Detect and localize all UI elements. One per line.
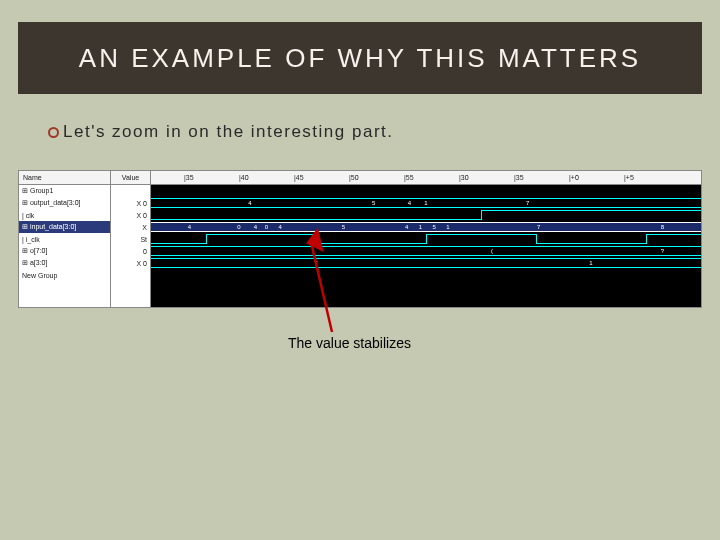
bullet-icon bbox=[48, 127, 59, 138]
bus-segment: 4 bbox=[250, 222, 261, 232]
signal-name[interactable]: | i_clk bbox=[19, 233, 110, 245]
ruler-tick: |40 bbox=[239, 171, 249, 184]
waveform-area: 45417404045415178(?71 bbox=[151, 185, 701, 307]
signal-value bbox=[111, 185, 150, 197]
signal-name[interactable]: ⊞ o[7:0] bbox=[19, 245, 110, 257]
bus-segment: 1 bbox=[443, 222, 454, 232]
signal-name[interactable]: ⊞ Group1 bbox=[19, 185, 110, 197]
wire-segment bbox=[481, 210, 701, 211]
ruler-tick: |+0 bbox=[569, 171, 579, 184]
waveform-lane bbox=[151, 209, 701, 221]
signal-value: X 0 bbox=[111, 197, 150, 209]
header-name-col: Name bbox=[19, 171, 111, 184]
signal-name[interactable]: New Group bbox=[19, 269, 110, 281]
signal-name[interactable]: | clk bbox=[19, 209, 110, 221]
bus-segment: 1 bbox=[415, 222, 426, 232]
signal-value-column: X 0X 0XSt0X 0 bbox=[111, 185, 151, 307]
ruler-tick: |55 bbox=[404, 171, 414, 184]
wire-segment bbox=[481, 210, 482, 220]
waveform-body: ⊞ Group1 ⊞ output_data[3:0] | clk ⊞ inpu… bbox=[19, 185, 701, 307]
time-ruler: |35|40|45|50|55|30|35|+0|+5 bbox=[151, 171, 701, 184]
wire-segment bbox=[646, 234, 701, 235]
signal-value: X 0 bbox=[111, 209, 150, 221]
bus-segment: ( bbox=[360, 246, 624, 256]
bus-segment: 7 bbox=[454, 222, 625, 232]
wire-segment bbox=[206, 234, 207, 244]
waveform-lane bbox=[151, 233, 701, 245]
wire-segment bbox=[646, 234, 647, 244]
ruler-tick: |35 bbox=[184, 171, 194, 184]
bus-segment: 4 bbox=[399, 198, 421, 208]
waveform-header: Name Value |35|40|45|50|55|30|35|+0|+5 bbox=[19, 171, 701, 185]
bullet-line: Let's zoom in on the interesting part. bbox=[48, 122, 394, 142]
ruler-tick: |45 bbox=[294, 171, 304, 184]
bus-segment: 5 bbox=[289, 222, 399, 232]
ruler-tick: |+5 bbox=[624, 171, 634, 184]
bus-segment: 7 bbox=[432, 198, 625, 208]
ruler-tick: |35 bbox=[514, 171, 524, 184]
signal-name[interactable]: ⊞ input_data[3:0] bbox=[19, 221, 110, 233]
signal-name[interactable]: ⊞ a[3:0] bbox=[19, 257, 110, 269]
wire-segment bbox=[206, 234, 316, 235]
signal-value bbox=[111, 269, 150, 281]
wire-segment bbox=[426, 234, 536, 235]
waveform-lane: 45417 bbox=[151, 197, 701, 209]
bus-segment: 4 bbox=[151, 222, 228, 232]
bus-segment: 0 bbox=[261, 222, 272, 232]
bus-segment: 5 bbox=[349, 198, 399, 208]
bus-segment: 7 bbox=[151, 258, 481, 268]
bus-segment bbox=[624, 198, 701, 208]
wire-segment bbox=[151, 243, 206, 244]
waveform-lane: 71 bbox=[151, 257, 701, 269]
bus-segment: 1 bbox=[421, 198, 432, 208]
signal-name-column: ⊞ Group1 ⊞ output_data[3:0] | clk ⊞ inpu… bbox=[19, 185, 111, 307]
wire-segment bbox=[151, 219, 481, 220]
slide-title: AN EXAMPLE OF WHY THIS MATTERS bbox=[79, 43, 641, 74]
waveform-panel: Name Value |35|40|45|50|55|30|35|+0|+5 ⊞… bbox=[18, 170, 702, 308]
bus-segment bbox=[151, 246, 360, 256]
bus-segment: 8 bbox=[624, 222, 701, 232]
wire-segment bbox=[536, 243, 646, 244]
wire-segment bbox=[426, 234, 427, 244]
bus-segment: 4 bbox=[272, 222, 289, 232]
signal-value: X bbox=[111, 221, 150, 233]
waveform-lane: (? bbox=[151, 245, 701, 257]
signal-value: 0 bbox=[111, 245, 150, 257]
bus-segment: 4 bbox=[151, 198, 349, 208]
wire-segment bbox=[316, 243, 426, 244]
signal-value: St bbox=[111, 233, 150, 245]
bus-segment: 5 bbox=[426, 222, 443, 232]
slide-title-bar: AN EXAMPLE OF WHY THIS MATTERS bbox=[18, 22, 702, 94]
bus-segment: 1 bbox=[481, 258, 701, 268]
annotation-text: The value stabilizes bbox=[288, 335, 411, 351]
bus-segment: 0 bbox=[228, 222, 250, 232]
ruler-tick: |50 bbox=[349, 171, 359, 184]
bullet-text: Let's zoom in on the interesting part. bbox=[63, 122, 394, 142]
signal-name[interactable]: ⊞ output_data[3:0] bbox=[19, 197, 110, 209]
signal-value: X 0 bbox=[111, 257, 150, 269]
bus-segment: ? bbox=[624, 246, 701, 256]
waveform-lane: 404045415178 bbox=[151, 221, 701, 233]
header-value-col: Value bbox=[111, 171, 151, 184]
ruler-tick: |30 bbox=[459, 171, 469, 184]
bus-segment: 4 bbox=[399, 222, 416, 232]
